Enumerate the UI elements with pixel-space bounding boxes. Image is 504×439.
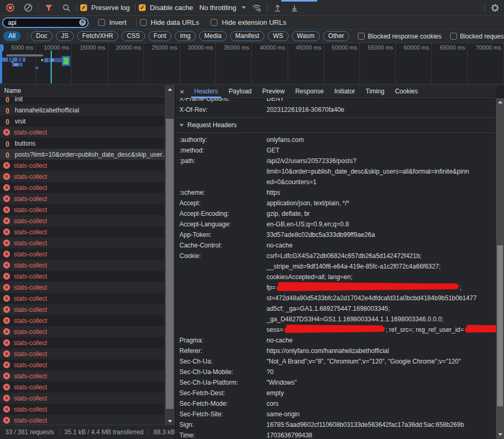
- overview-column: 50000 ms: [324, 43, 360, 83]
- network-overview-timeline[interactable]: 5000 ms10000 ms15000 ms20000 ms25000 ms3…: [0, 43, 504, 83]
- checkbox-blocked-response-cookies[interactable]: Blocked response cookies: [358, 33, 441, 40]
- request-row[interactable]: ×stats-collect: [0, 215, 165, 226]
- request-row[interactable]: ×stats-collect: [0, 293, 165, 304]
- filter-input[interactable]: [2, 17, 89, 28]
- request-row[interactable]: ×stats-collect: [0, 193, 165, 204]
- tab-response[interactable]: Response: [290, 85, 329, 98]
- request-row[interactable]: ×stats-collect: [0, 171, 165, 182]
- scroll-down-icon[interactable]: [165, 417, 175, 425]
- filter-pill-img[interactable]: Img: [175, 31, 196, 41]
- request-name: stats-collect: [14, 317, 47, 325]
- request-row[interactable]: ×stats-collect: [0, 160, 165, 171]
- checkbox-checked-icon[interactable]: [139, 4, 146, 11]
- request-row[interactable]: ×stats-collect: [0, 182, 165, 193]
- clear-filter-icon[interactable]: ×: [79, 19, 86, 26]
- search-icon[interactable]: [60, 2, 73, 14]
- chevron-down-icon[interactable]: [242, 6, 246, 9]
- filter-pill-wasm[interactable]: Wasm: [292, 31, 320, 41]
- request-row[interactable]: ×stats-collect: [0, 127, 165, 138]
- scrollbar-thumb[interactable]: [166, 119, 174, 409]
- request-row[interactable]: ×stats-collect: [0, 415, 165, 426]
- request-row[interactable]: ×stats-collect: [0, 315, 165, 326]
- request-row[interactable]: ×stats-collect: [0, 381, 165, 393]
- filter-pill-fetch-xhr[interactable]: Fetch/XHR: [77, 31, 119, 41]
- checkbox-checked-icon[interactable]: [80, 4, 87, 11]
- preserve-log-checkbox[interactable]: Preserve log: [80, 4, 132, 12]
- tab-cookies[interactable]: Cookies: [389, 85, 423, 98]
- filter-pill-font[interactable]: Font: [148, 31, 172, 41]
- request-row[interactable]: ×stats-collect: [0, 282, 165, 293]
- filter-pill-all[interactable]: All: [3, 31, 21, 41]
- request-name: posts?limit=10&order=publish_date_desc&s…: [15, 151, 165, 158]
- request-row[interactable]: ×stats-collect: [0, 370, 165, 381]
- export-har-icon[interactable]: [288, 2, 301, 14]
- name-column-header[interactable]: Name: [0, 85, 165, 97]
- requests-count: 33 / 381 requests: [5, 428, 54, 436]
- hide-data-urls-checkbox[interactable]: Hide data URLs: [140, 18, 202, 26]
- disable-cache-checkbox[interactable]: Disable cache: [139, 4, 195, 12]
- tab-preview[interactable]: Preview: [257, 85, 290, 98]
- filter-pill-css[interactable]: CSS: [121, 31, 145, 41]
- request-row[interactable]: ×stats-collect: [0, 260, 165, 271]
- request-row[interactable]: ×stats-collect: [0, 237, 165, 249]
- waterfall-gray-bar: [6, 54, 43, 56]
- filter-pill-ws[interactable]: WS: [268, 31, 288, 41]
- request-row[interactable]: ×stats-collect: [0, 348, 165, 359]
- request-row[interactable]: {}buttons: [0, 138, 165, 149]
- close-icon[interactable]: ×: [175, 87, 189, 96]
- request-row[interactable]: {}posts?limit=10&order=publish_date_desc…: [0, 149, 165, 160]
- network-conditions-icon[interactable]: [250, 2, 264, 14]
- request-row[interactable]: ×stats-collect: [0, 249, 165, 260]
- request-row[interactable]: ×stats-collect: [0, 204, 165, 215]
- throttling-dropdown[interactable]: No throttling: [199, 4, 236, 12]
- filter-pill-other[interactable]: Other: [323, 31, 349, 41]
- request-row[interactable]: {}hannahelizabethofficial: [0, 104, 165, 116]
- request-row[interactable]: ×stats-collect: [0, 304, 165, 315]
- details-scrollbar[interactable]: [496, 98, 504, 439]
- checkbox-unchecked-icon[interactable]: [140, 19, 147, 26]
- filter-pill-js[interactable]: JS: [56, 31, 74, 41]
- filter-pill-media[interactable]: Media: [199, 31, 227, 41]
- request-row[interactable]: {}init: [0, 97, 165, 104]
- scrollbar-thumb[interactable]: [497, 245, 503, 406]
- import-har-icon[interactable]: [271, 2, 284, 14]
- filter-pill-doc[interactable]: Doc: [31, 31, 52, 41]
- request-row[interactable]: ×stats-collect: [0, 337, 165, 348]
- request-row[interactable]: ×stats-collect: [0, 271, 165, 282]
- scroll-up-icon[interactable]: [165, 85, 175, 93]
- checkbox-unchecked-icon[interactable]: [358, 33, 365, 40]
- overview-brush-handle[interactable]: [0, 44, 4, 51]
- header-row: Sec-Ch-Ua-Platform:"Windows": [175, 377, 496, 388]
- checkbox-unchecked-icon[interactable]: [211, 19, 217, 26]
- request-headers-section[interactable]: Request Headers: [175, 118, 496, 133]
- triangle-down-icon[interactable]: [179, 124, 184, 127]
- request-name: stats-collect: [14, 195, 47, 203]
- clear-network-log-icon[interactable]: [21, 2, 35, 14]
- hide-extension-urls-checkbox[interactable]: Hide extension URLs: [211, 18, 288, 26]
- tab-headers[interactable]: Headers: [189, 85, 223, 98]
- tab-initiator[interactable]: Initiator: [329, 85, 360, 98]
- header-value: https: [267, 187, 496, 198]
- tab-payload[interactable]: Payload: [223, 85, 256, 98]
- request-row[interactable]: ×stats-collect: [0, 359, 165, 370]
- record-icon[interactable]: [3, 2, 17, 14]
- filter-pill-manifest[interactable]: Manifest: [230, 31, 264, 41]
- request-row[interactable]: {}visit: [0, 116, 165, 127]
- filter-funnel-icon[interactable]: [42, 2, 55, 14]
- redaction-scribble: [465, 327, 496, 333]
- settings-gear-icon[interactable]: [488, 2, 502, 14]
- scroll-down-icon[interactable]: [496, 431, 504, 438]
- header-value-line: __stripe_mid=9df140f6-e64a-419e-85fc-a1c…: [267, 261, 496, 272]
- invert-checkbox[interactable]: Invert: [98, 18, 129, 26]
- request-row[interactable]: ×stats-collect: [0, 404, 165, 415]
- request-row[interactable]: ×stats-collect: [0, 226, 165, 237]
- checkbox-blocked-requests[interactable]: Blocked requests: [450, 33, 504, 40]
- tab-timing[interactable]: Timing: [360, 85, 390, 98]
- request-row[interactable]: ×stats-collect: [0, 326, 165, 337]
- timeline-tick-label: 10000 ms: [36, 43, 71, 51]
- request-row[interactable]: ×stats-collect: [0, 393, 165, 404]
- checkbox-unchecked-icon[interactable]: [98, 19, 105, 26]
- scroll-up-icon[interactable]: [496, 98, 504, 106]
- request-list-scrollbar[interactable]: [165, 85, 175, 425]
- checkbox-unchecked-icon[interactable]: [450, 33, 457, 40]
